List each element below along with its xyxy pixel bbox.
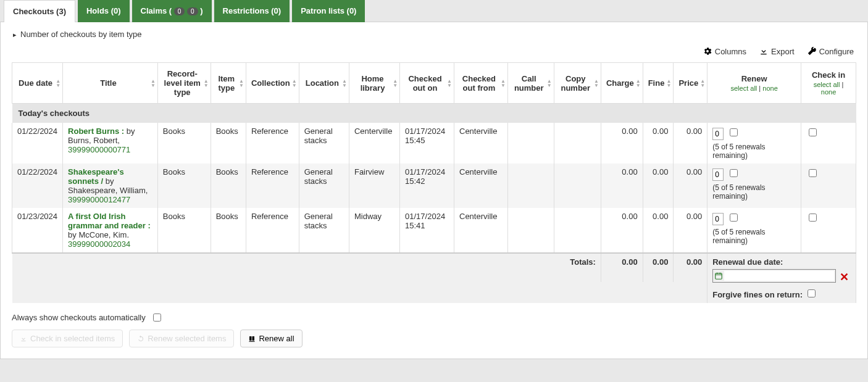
th-charge[interactable]: Charge▲▼ <box>601 63 643 104</box>
tab-checkouts[interactable]: Checkouts (3) <box>4 0 75 22</box>
cell-charge: 0.00 <box>601 208 643 253</box>
renewal-due-date-label: Renewal due date: <box>712 257 783 267</box>
download-icon <box>20 335 27 343</box>
table-row: 01/22/2024Robert Burns : by Burns, Rober… <box>12 123 856 164</box>
th-title[interactable]: Title▲▼ <box>63 63 158 104</box>
renewal-due-date-input-wrap[interactable] <box>712 269 836 283</box>
renew-remaining: (5 of 5 renewals remaining) <box>712 228 796 245</box>
cell-price: 0.00 <box>674 123 707 164</box>
cell-call-number <box>507 123 554 164</box>
cell-home-library: Centerville <box>349 123 399 164</box>
renew-remaining: (5 of 5 renewals remaining) <box>712 143 796 160</box>
cell-location: General stacks <box>299 164 349 208</box>
checkin-checkbox[interactable] <box>809 128 817 136</box>
title-link[interactable]: Robert Burns : <box>68 127 124 136</box>
tab-patron-lists[interactable]: Patron lists (0) <box>292 0 365 22</box>
calendar-icon <box>714 272 723 280</box>
cell-checkin <box>801 123 856 164</box>
cell-copy-number <box>554 123 601 164</box>
cell-fine: 0.00 <box>643 123 674 164</box>
th-checked-out-from[interactable]: Checked out from▲▼ <box>454 63 508 104</box>
checkouts-table: Due date▲▼ Title▲▼ Record-level item typ… <box>12 62 856 303</box>
cell-call-number <box>507 164 554 208</box>
th-checked-out-on[interactable]: Checked out on▲▼ <box>400 63 454 104</box>
th-item-type[interactable]: Item type▲▼ <box>211 63 246 104</box>
cell-collection: Reference <box>246 208 299 253</box>
cell-charge: 0.00 <box>601 164 643 208</box>
claims-badge-1: 0 <box>174 7 185 15</box>
cell-item-type: Books <box>211 164 246 208</box>
barcode-link[interactable]: 39999000002034 <box>68 239 130 249</box>
cell-collection: Reference <box>246 164 299 208</box>
th-due-date[interactable]: Due date▲▼ <box>12 63 63 104</box>
cell-title: A first Old Irish grammar and reader : b… <box>63 208 158 253</box>
cell-checked-out-from: Centerville <box>454 164 508 208</box>
tab-claims-tail: ) <box>200 6 202 15</box>
check-in-selected-button[interactable]: Check in selected items <box>12 330 123 347</box>
barcode-link[interactable]: 39999000000771 <box>68 145 130 154</box>
renew-all-button[interactable]: Renew all <box>240 330 302 347</box>
tab-claims[interactable]: Claims ( 0 0 ) <box>132 0 212 22</box>
book-icon <box>248 335 256 343</box>
cell-record-type: Books <box>157 123 211 164</box>
configure-button[interactable]: Configure <box>807 46 854 56</box>
cell-location: General stacks <box>299 208 349 253</box>
renew-checkbox[interactable] <box>730 214 738 222</box>
cell-fine: 0.00 <box>643 164 674 208</box>
barcode-link[interactable]: 39999000012477 <box>68 195 130 204</box>
cell-record-type: Books <box>157 208 211 253</box>
cell-item-type: Books <box>211 123 246 164</box>
renew-select-none[interactable]: none <box>762 85 777 92</box>
totals-charge: 0.00 <box>601 253 643 282</box>
clear-date-icon[interactable]: ✕ <box>840 270 849 284</box>
renew-selected-button[interactable]: Renew selected items <box>129 330 234 347</box>
configure-label: Configure <box>819 47 854 56</box>
always-show-checkbox[interactable] <box>153 313 161 322</box>
totals-fine: 0.00 <box>643 253 674 282</box>
title-link[interactable]: A first Old Irish grammar and reader : <box>68 212 151 230</box>
svg-rect-0 <box>716 273 722 279</box>
th-copy-number[interactable]: Copy number▲▼ <box>554 63 601 104</box>
title-link[interactable]: Shakespeare's sonnets / <box>68 167 124 186</box>
cell-copy-number <box>554 208 601 253</box>
renew-count-input[interactable] <box>712 128 724 140</box>
forgive-fines-checkbox[interactable] <box>807 289 816 297</box>
cell-title: Robert Burns : by Burns, Robert,39999000… <box>63 123 158 164</box>
table-toolbar: Columns Export Configure <box>1 46 867 62</box>
refresh-icon <box>137 335 144 343</box>
checkin-select-all[interactable]: select all <box>814 81 840 88</box>
cell-due-date: 01/23/2024 <box>12 208 63 253</box>
checkin-checkbox[interactable] <box>809 214 817 222</box>
th-collection[interactable]: Collection▲▼ <box>246 63 299 104</box>
checkin-select-none[interactable]: none <box>821 88 836 96</box>
renew-select-all[interactable]: select all <box>731 85 757 92</box>
tab-holds[interactable]: Holds (0) <box>78 0 130 22</box>
totals-price: 0.00 <box>674 253 707 282</box>
cell-checked-out-on: 01/17/2024 15:42 <box>400 164 454 208</box>
checkin-checkbox[interactable] <box>809 169 817 177</box>
cell-home-library: Fairview <box>349 164 399 208</box>
renewal-due-date-input[interactable] <box>724 271 834 281</box>
disclosure-item-type-counts[interactable]: Number of checkouts by item type <box>1 22 867 46</box>
renew-checkbox[interactable] <box>730 128 738 136</box>
cell-item-type: Books <box>211 208 246 253</box>
export-button[interactable]: Export <box>759 46 795 56</box>
renew-count-input[interactable] <box>712 213 724 225</box>
cell-fine: 0.00 <box>643 208 674 253</box>
cell-checkin <box>801 164 856 208</box>
cell-checked-out-from: Centerville <box>454 123 508 164</box>
cell-charge: 0.00 <box>601 123 643 164</box>
th-record-type[interactable]: Record-level item type▲▼ <box>157 63 211 104</box>
tab-restrictions[interactable]: Restrictions (0) <box>214 0 290 22</box>
columns-button[interactable]: Columns <box>703 46 746 56</box>
renew-count-input[interactable] <box>712 168 724 181</box>
claims-badge-2: 0 <box>187 7 198 15</box>
th-location[interactable]: Location▲▼ <box>299 63 349 104</box>
th-call-number[interactable]: Call number▲▼ <box>507 63 554 104</box>
th-price[interactable]: Price▲▼ <box>674 63 707 104</box>
th-home-library[interactable]: Home library▲▼ <box>349 63 399 104</box>
table-row: 01/22/2024Shakespeare's sonnets / by Sha… <box>12 164 856 208</box>
th-fine[interactable]: Fine▲▼ <box>643 63 674 104</box>
wrench-icon <box>807 46 817 56</box>
renew-checkbox[interactable] <box>730 169 738 177</box>
